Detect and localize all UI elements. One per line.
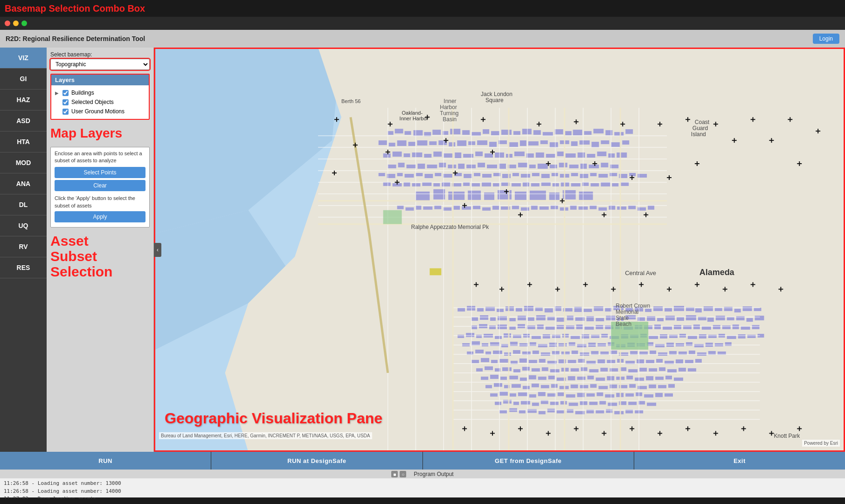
svg-rect-307 bbox=[688, 336, 697, 339]
svg-rect-319 bbox=[501, 344, 508, 347]
svg-rect-443 bbox=[532, 384, 539, 387]
svg-rect-28 bbox=[625, 129, 633, 134]
svg-rect-441 bbox=[512, 384, 521, 388]
svg-rect-429 bbox=[596, 378, 605, 381]
svg-rect-205 bbox=[433, 183, 440, 186]
svg-rect-399 bbox=[522, 367, 530, 371]
svg-rect-313 bbox=[748, 335, 756, 338]
svg-rect-67 bbox=[596, 318, 604, 321]
svg-rect-450 bbox=[598, 386, 608, 389]
svg-rect-304 bbox=[660, 334, 667, 338]
close-button[interactable] bbox=[5, 21, 10, 26]
svg-rect-479 bbox=[513, 402, 519, 405]
nav-item-haz[interactable]: HAZ bbox=[0, 90, 47, 110]
basemap-select[interactable]: TopographicStreetsSatelliteHybridGrayDar… bbox=[50, 59, 150, 70]
svg-rect-493 bbox=[647, 403, 656, 406]
svg-rect-358 bbox=[610, 351, 617, 354]
svg-text:Memorial: Memorial bbox=[616, 309, 638, 315]
svg-rect-9 bbox=[432, 130, 441, 135]
svg-rect-204 bbox=[422, 182, 431, 186]
svg-rect-148 bbox=[487, 165, 497, 168]
svg-rect-181 bbox=[464, 174, 472, 178]
svg-rect-259 bbox=[524, 306, 533, 311]
svg-rect-481 bbox=[532, 403, 539, 406]
svg-text:Square: Square bbox=[485, 97, 504, 104]
svg-rect-442 bbox=[523, 386, 530, 389]
nav-item-uq[interactable]: UQ bbox=[0, 215, 47, 236]
maximize-button[interactable] bbox=[21, 21, 27, 26]
panel-collapse-button[interactable]: ‹ bbox=[154, 243, 161, 257]
select-points-button[interactable]: Select Points bbox=[55, 167, 145, 178]
svg-rect-474 bbox=[644, 394, 653, 398]
svg-rect-36 bbox=[449, 142, 455, 146]
selected-objects-label: Selected Objects bbox=[71, 99, 114, 105]
minimize-button[interactable] bbox=[13, 21, 19, 26]
nav-item-mod[interactable]: MOD bbox=[0, 152, 47, 173]
svg-rect-463 bbox=[538, 392, 546, 396]
svg-rect-210 bbox=[482, 182, 491, 186]
svg-rect-448 bbox=[580, 385, 589, 388]
svg-rect-272 bbox=[653, 306, 663, 311]
run-designsafe-button[interactable]: RUN at DesignSafe bbox=[211, 452, 422, 469]
svg-rect-96 bbox=[585, 326, 594, 330]
svg-rect-183 bbox=[482, 174, 492, 178]
svg-rect-175 bbox=[405, 174, 414, 178]
svg-rect-247 bbox=[609, 206, 615, 210]
buildings-checkbox[interactable] bbox=[62, 90, 69, 96]
svg-rect-31 bbox=[397, 140, 407, 146]
svg-text:Harbor: Harbor bbox=[440, 104, 457, 110]
svg-rect-498 bbox=[539, 411, 546, 414]
clear-icon[interactable]: ○ bbox=[400, 471, 406, 477]
svg-rect-111 bbox=[733, 324, 739, 329]
svg-rect-226 bbox=[406, 207, 414, 211]
svg-rect-154 bbox=[550, 165, 557, 168]
run-button[interactable]: RUN bbox=[0, 452, 211, 469]
svg-rect-405 bbox=[581, 367, 588, 371]
user-ground-motions-checkbox[interactable] bbox=[62, 109, 69, 115]
layers-content: ▶ Buildings Selected Objects User Ground… bbox=[51, 85, 149, 119]
svg-rect-466 bbox=[566, 394, 575, 398]
svg-rect-121 bbox=[455, 152, 461, 158]
svg-rect-432 bbox=[626, 376, 633, 380]
login-button[interactable]: Login bbox=[813, 34, 839, 44]
svg-rect-258 bbox=[516, 308, 522, 311]
svg-rect-505 bbox=[606, 409, 612, 413]
svg-rect-141 bbox=[417, 164, 425, 169]
exit-button[interactable]: Exit bbox=[634, 452, 845, 469]
svg-rect-305 bbox=[669, 335, 678, 338]
svg-rect-282 bbox=[754, 308, 762, 311]
nav-item-ana[interactable]: ANA bbox=[0, 173, 47, 194]
svg-rect-285 bbox=[476, 335, 482, 338]
svg-rect-12 bbox=[462, 130, 470, 135]
svg-rect-486 bbox=[580, 401, 588, 405]
svg-rect-158 bbox=[589, 165, 599, 168]
svg-rect-156 bbox=[569, 165, 579, 168]
svg-rect-143 bbox=[439, 163, 446, 167]
svg-rect-494 bbox=[499, 410, 507, 414]
selected-objects-checkbox[interactable] bbox=[62, 99, 69, 105]
svg-rect-213 bbox=[512, 183, 521, 186]
svg-rect-45 bbox=[540, 140, 548, 144]
nav-item-viz[interactable]: VIZ bbox=[0, 48, 47, 69]
nav-item-rv[interactable]: RV bbox=[0, 236, 47, 257]
svg-rect-251 bbox=[648, 206, 654, 210]
svg-rect-449 bbox=[590, 384, 596, 388]
svg-rect-19 bbox=[533, 130, 541, 135]
nav-item-hta[interactable]: HTA bbox=[0, 131, 47, 152]
nav-item-dl[interactable]: DL bbox=[0, 194, 47, 215]
svg-rect-428 bbox=[587, 376, 594, 380]
svg-rect-293 bbox=[552, 335, 561, 338]
nav-item-gi[interactable]: GI bbox=[0, 69, 47, 90]
svg-rect-256 bbox=[497, 309, 504, 312]
nav-item-asd[interactable]: ASD bbox=[0, 110, 47, 131]
get-designsafe-button[interactable]: GET from DesignSafe bbox=[423, 452, 634, 469]
clear-button[interactable]: Clear bbox=[55, 180, 145, 191]
svg-rect-308 bbox=[699, 334, 706, 338]
nav-item-res[interactable]: RES bbox=[0, 257, 47, 278]
svg-rect-59 bbox=[518, 316, 526, 320]
svg-rect-375 bbox=[519, 359, 527, 363]
apply-button[interactable]: Apply bbox=[55, 211, 145, 222]
stop-icon[interactable]: ■ bbox=[391, 471, 398, 477]
svg-rect-281 bbox=[743, 306, 752, 311]
svg-rect-444 bbox=[541, 385, 549, 388]
